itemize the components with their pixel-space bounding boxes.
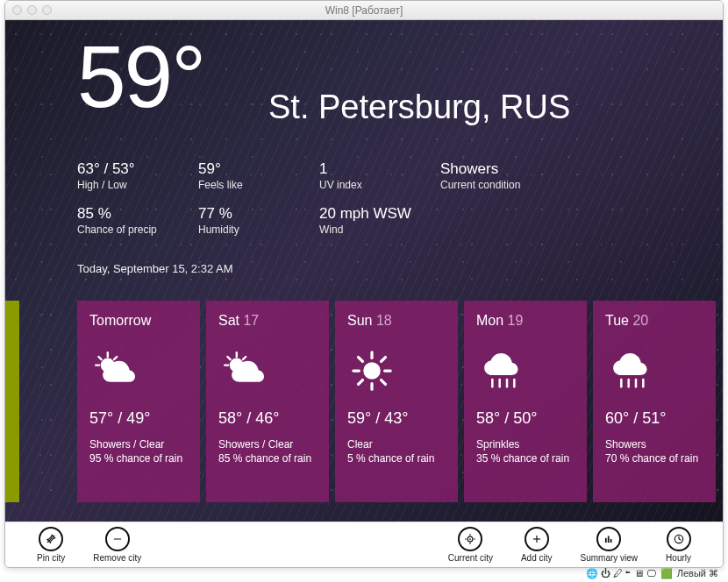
remove-city-button[interactable]: Remove city xyxy=(93,527,141,563)
forecast-rain-chance: 35 % chance of rain xyxy=(476,452,575,465)
host-statusbar: 🌐 ⏻ 🖊 ☁ 🖥 🖵 🟩 Левый ⌘ xyxy=(4,568,724,582)
stat-precip: 85 % Chance of precip xyxy=(77,205,198,236)
hero-temperature: 59° xyxy=(77,32,204,120)
forecast-rain-chance: 85 % chance of rain xyxy=(218,452,317,465)
forecast-day-name: Tomorrow xyxy=(89,313,188,329)
forecast-day[interactable]: Tomorrow57° / 49°Showers / Clear95 % cha… xyxy=(77,301,200,502)
stat-feels-like: 59° Feels like xyxy=(198,160,319,191)
forecast-day[interactable]: Tue 2060° / 51°Showers70 % chance of rai… xyxy=(593,301,716,502)
svg-point-10 xyxy=(363,362,381,380)
forecast-condition: Showers / Clear xyxy=(218,438,317,451)
forecast-day[interactable]: Mon 1958° / 50°Sprinkles35 % chance of r… xyxy=(464,301,587,502)
forecast-condition: Clear xyxy=(347,438,446,451)
svg-line-9 xyxy=(243,357,246,359)
add-city-button[interactable]: Add city xyxy=(521,527,553,563)
svg-line-41 xyxy=(679,539,681,540)
forecast-day[interactable]: Sat 1758° / 46°Showers / Clear85 % chanc… xyxy=(206,301,329,502)
weather-content: 59° St. Petersburg, RUS 63° / 53° High /… xyxy=(5,20,723,523)
svg-point-29 xyxy=(470,538,472,540)
stats-grid: 63° / 53° High / Low 59° Feels like 1 UV… xyxy=(77,160,598,236)
tray-icons: 🌐 ⏻ 🖊 ☁ 🖥 🖵 xyxy=(586,568,658,578)
forecast-day-name: Mon 19 xyxy=(476,313,575,329)
svg-line-8 xyxy=(227,357,230,359)
svg-rect-37 xyxy=(608,536,610,543)
forecast-day-name: Sun 18 xyxy=(347,313,446,329)
forecast-temps: 58° / 46° xyxy=(218,409,317,428)
prev-city-tab[interactable] xyxy=(5,301,19,502)
current-city-button[interactable]: Current city xyxy=(448,527,493,563)
svg-line-4 xyxy=(114,357,117,359)
rain-icon xyxy=(605,348,703,394)
current-temp: 59° xyxy=(77,32,204,120)
forecast-condition: Sprinkles xyxy=(476,438,575,451)
forecast-rain-chance: 95 % chance of rain xyxy=(89,452,188,465)
bars-icon xyxy=(596,527,621,551)
forecast-condition: Showers / Clear xyxy=(89,438,188,451)
forecast-day[interactable]: Sun 1859° / 43°Clear5 % chance of rain xyxy=(335,301,458,502)
clock-icon xyxy=(667,527,691,551)
svg-line-18 xyxy=(359,380,363,385)
forecast-rain-chance: 5 % chance of rain xyxy=(347,452,446,465)
pin-city-button[interactable]: Pin city xyxy=(37,527,65,563)
partly-cloudy-icon xyxy=(89,348,188,394)
svg-line-16 xyxy=(382,380,386,385)
app-window: Win8 [Работает] 59° St. Petersburg, RUS … xyxy=(4,0,724,568)
stat-wind: 20 mph WSW Wind xyxy=(319,205,440,236)
locate-icon xyxy=(458,527,482,551)
svg-line-15 xyxy=(359,358,363,362)
forecast-day-name: Tue 20 xyxy=(605,313,703,329)
forecast-temps: 57° / 49° xyxy=(89,409,188,428)
rain-icon xyxy=(476,348,575,394)
summary-view-button[interactable]: Summary view xyxy=(581,527,639,563)
stat-humidity: 77 % Humidity xyxy=(198,205,319,236)
plus-icon xyxy=(525,527,549,551)
forecast-rain-chance: 70 % chance of rain xyxy=(605,452,703,465)
forecast-condition: Showers xyxy=(605,438,703,451)
forecast-temps: 58° / 50° xyxy=(476,409,575,428)
stat-uv-index: 1 UV index xyxy=(319,160,440,191)
minus-icon xyxy=(105,527,130,551)
app-bar: Pin city Remove city Current city Add ci… xyxy=(5,522,723,567)
forecast-day-name: Sat 17 xyxy=(218,313,317,329)
timestamp: Today, September 15, 2:32 AM xyxy=(77,262,233,275)
stat-condition: Showers Current condition xyxy=(440,160,598,191)
tray-flag-icon: 🟩 xyxy=(660,568,673,578)
pin-icon xyxy=(39,527,63,551)
stat-highlow: 63° / 53° High / Low xyxy=(77,160,198,191)
location-label: St. Petersburg, RUS xyxy=(268,89,570,126)
statusbar-text: Левый ⌘ xyxy=(677,568,718,578)
forecast-temps: 59° / 43° xyxy=(347,409,446,428)
sunny-icon xyxy=(347,348,446,394)
forecast-temps: 60° / 51° xyxy=(605,409,703,428)
svg-rect-36 xyxy=(605,538,607,543)
svg-line-3 xyxy=(98,357,101,359)
window-title: Win8 [Работает] xyxy=(5,4,723,17)
svg-line-17 xyxy=(382,358,386,362)
svg-rect-38 xyxy=(610,539,612,543)
titlebar: Win8 [Работает] xyxy=(5,1,723,20)
hourly-button[interactable]: Hourly xyxy=(666,527,691,563)
partly-cloudy-icon xyxy=(218,348,317,394)
forecast-row: Tomorrow57° / 49°Showers / Clear95 % cha… xyxy=(77,301,716,502)
